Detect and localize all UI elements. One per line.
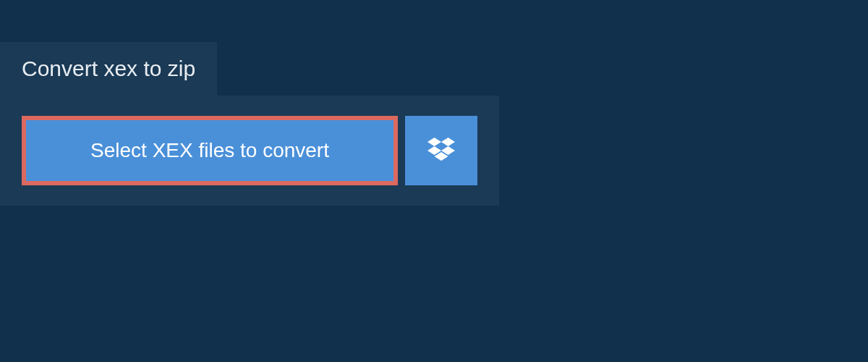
select-files-button[interactable]: Select XEX files to convert — [22, 116, 398, 185]
tab-label: Convert xex to zip — [22, 56, 195, 80]
dropbox-button[interactable] — [405, 116, 477, 185]
button-row: Select XEX files to convert — [22, 116, 477, 185]
convert-tab[interactable]: Convert xex to zip — [0, 42, 217, 96]
convert-panel: Select XEX files to convert — [0, 96, 499, 206]
dropbox-icon — [427, 138, 455, 164]
select-files-label: Select XEX files to convert — [90, 139, 329, 162]
